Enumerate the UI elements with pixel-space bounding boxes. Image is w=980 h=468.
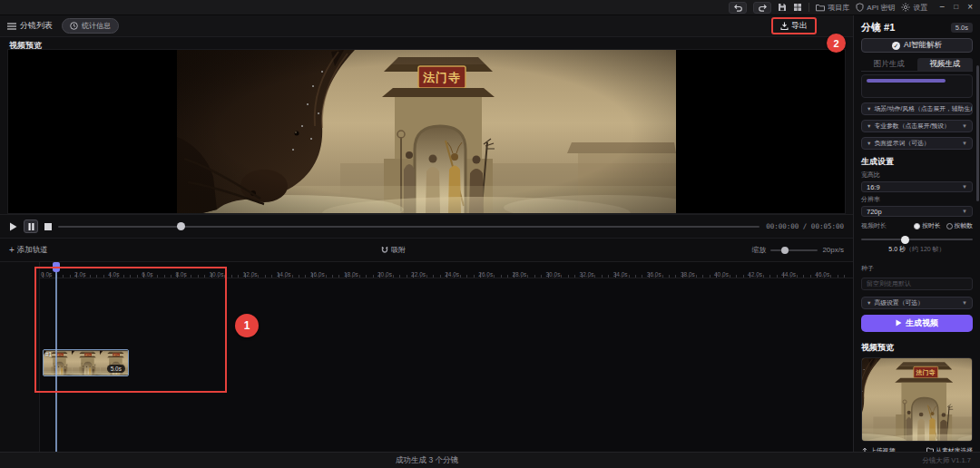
ruler-minor-tick <box>265 275 266 278</box>
result-thumbnail[interactable] <box>861 357 973 442</box>
generation-settings-header: 生成设置 <box>861 156 973 168</box>
play-icon <box>896 319 902 327</box>
ruler-tick: 22.0s <box>411 264 447 280</box>
minimize-button[interactable]: − <box>939 3 945 12</box>
duration-slider[interactable] <box>861 239 973 240</box>
annotation-circle-2: 2 <box>827 34 846 53</box>
section-negative-prompt[interactable]: ▼ 负面提示词（可选） ▼ <box>861 137 973 150</box>
stats-button[interactable]: 统计信息 <box>62 18 119 34</box>
titlebar: 项目库 API 密钥 设置 − □ × <box>0 0 980 15</box>
ruler-minor-tick <box>554 275 555 278</box>
export-button[interactable]: 导出 <box>780 20 808 32</box>
ruler-minor-tick <box>386 275 387 278</box>
ruler-tick: 38.0s <box>681 264 717 280</box>
play-button[interactable] <box>9 222 17 231</box>
seek-bar[interactable] <box>58 226 760 228</box>
ruler-tick: 18.0s <box>344 264 380 280</box>
timeline-zoom-handle[interactable] <box>781 247 789 254</box>
ruler-minor-tick <box>251 275 252 278</box>
tab-image-generation[interactable]: 图片生成 <box>861 58 917 71</box>
resolution-select[interactable]: 720p ▼ <box>861 206 973 217</box>
redo-button[interactable] <box>753 2 771 14</box>
ruler-minor-tick <box>830 275 831 278</box>
ruler-tick: 20.0s <box>377 264 414 280</box>
ruler-minor-tick <box>460 275 461 278</box>
radio-by-frames[interactable]: 按帧数 <box>946 221 973 230</box>
ruler-tick: 44.0s <box>781 264 818 280</box>
ruler-minor-tick <box>730 275 730 278</box>
undo-button[interactable] <box>729 2 747 14</box>
ruler-minor-tick <box>568 275 569 278</box>
ruler-minor-tick <box>454 275 455 278</box>
annotation-box-1 <box>34 267 227 393</box>
save-icon[interactable] <box>778 3 787 12</box>
radio-dot-icon <box>914 223 920 229</box>
ruler-minor-tick <box>521 275 522 278</box>
ruler-minor-tick <box>433 275 434 278</box>
export-highlight-box: 导出 <box>771 17 817 34</box>
snap-toggle[interactable]: 吸附 <box>381 245 406 255</box>
zoom-value: 20px/s <box>822 246 844 254</box>
duration-slider-handle[interactable] <box>901 236 909 244</box>
gear-icon <box>901 3 910 12</box>
ruler-minor-tick <box>507 275 508 278</box>
ruler-minor-tick <box>710 275 710 278</box>
timeline-zoom-slider[interactable] <box>770 249 818 251</box>
close-button[interactable]: × <box>967 3 973 12</box>
storyboard-list-button[interactable]: 分镜列表 <box>7 20 53 32</box>
ruler-tick: 30.0s <box>546 264 583 280</box>
seek-handle[interactable] <box>177 222 185 230</box>
ruler-minor-tick <box>318 275 319 278</box>
tab-video-generation[interactable]: 视频生成 <box>917 58 974 71</box>
ruler-minor-tick <box>285 275 286 278</box>
sidebar-scrollbar[interactable] <box>976 65 979 201</box>
ruler-minor-tick <box>669 275 670 278</box>
video-preview-header: 视频预览 <box>861 342 973 354</box>
caret-down-icon: ▼ <box>867 141 871 146</box>
ruler-minor-tick <box>777 275 778 278</box>
ruler-minor-tick <box>655 275 656 278</box>
ruler-minor-tick <box>736 275 737 278</box>
api-key-button[interactable]: API 密钥 <box>856 3 895 13</box>
caret-down-icon: ▼ <box>962 123 967 129</box>
generate-video-button[interactable]: 生成视频 <box>861 315 973 332</box>
seed-input[interactable] <box>861 278 973 290</box>
pause-button[interactable] <box>24 219 38 233</box>
aspect-ratio-label: 宽高比 <box>861 171 973 180</box>
ruler-tick: 36.0s <box>647 264 683 280</box>
ai-analyze-button[interactable]: ✓ AI智能解析 <box>861 38 973 53</box>
section-scene-action-style[interactable]: ▼ 场景/动作/风格（点击展开，辅助生成下方提示词）▼ <box>861 102 973 115</box>
ruler-minor-tick <box>696 275 697 278</box>
shot-duration-badge: 5.0s <box>951 23 973 33</box>
layout-grid-icon[interactable] <box>793 3 802 12</box>
stop-button[interactable] <box>44 223 52 230</box>
editor-area: 分镜列表 统计信息 导出 视频预览 <box>0 15 854 452</box>
video-preview-canvas <box>7 49 846 214</box>
section-pro-params[interactable]: ▼ 专业参数（点击展开/预设） ▼ <box>861 120 973 132</box>
ruler-minor-tick <box>527 275 528 278</box>
caret-down-icon: ▼ <box>867 106 871 112</box>
shot-title: 分镜 #1 <box>861 21 895 34</box>
ruler-minor-tick <box>420 275 421 278</box>
ruler-minor-tick <box>594 275 595 278</box>
section-advanced[interactable]: ▼ 高级设置（可选） ▼ <box>861 297 973 309</box>
ruler-tick: 28.0s <box>512 264 548 280</box>
clock-icon <box>70 22 78 30</box>
project-library-button[interactable]: 项目库 <box>816 3 849 13</box>
preview-label: 视频预览 <box>0 37 853 49</box>
app-version: 分镜大师 V1.1.7 <box>922 456 971 465</box>
ruler-minor-tick <box>534 275 535 278</box>
check-circle-icon: ✓ <box>892 42 900 50</box>
radio-dot-icon <box>946 223 953 229</box>
prompt-textarea[interactable] <box>861 74 973 98</box>
radio-by-duration[interactable]: 按时长 <box>914 221 940 230</box>
ruler-minor-tick <box>608 275 609 278</box>
aspect-ratio-select[interactable]: 16:9 ▼ <box>861 181 973 192</box>
add-track-button[interactable]: + 添加轨道 <box>9 245 48 256</box>
settings-button[interactable]: 设置 <box>901 3 927 13</box>
ruler-minor-tick <box>675 275 676 278</box>
timeline: 0.0s2.0s4.0s6.0s8.0s10.0s12.0s14.0s16.0s… <box>0 261 853 452</box>
undo-icon <box>733 4 743 12</box>
ruler-tick: 32.0s <box>580 264 616 280</box>
maximize-button[interactable]: □ <box>954 3 958 12</box>
